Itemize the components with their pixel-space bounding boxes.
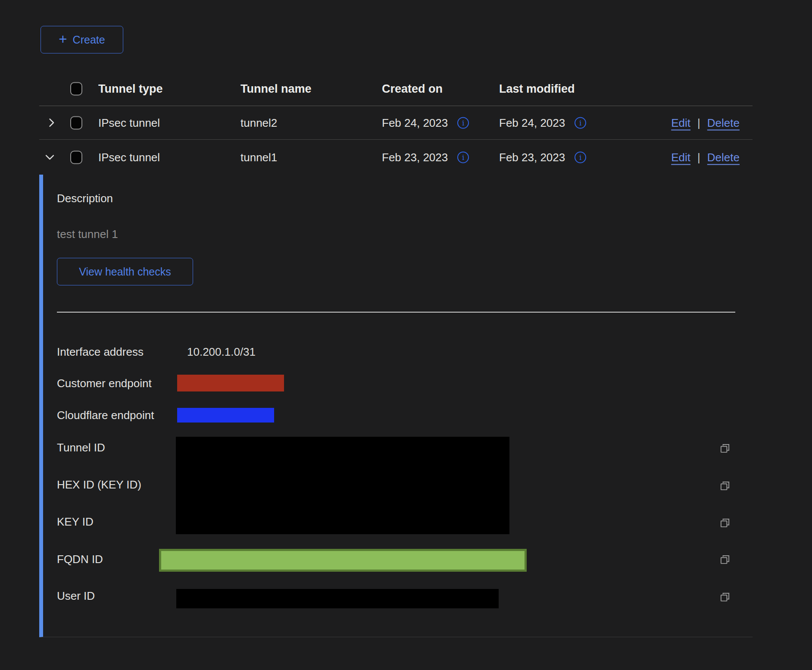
tunnel-name-cell: tunnel2 bbox=[240, 116, 277, 129]
copy-key-id-button[interactable] bbox=[719, 517, 731, 529]
action-separator: | bbox=[697, 116, 700, 129]
tunnel1-details-panel: Description test tunnel 1 View health ch… bbox=[39, 175, 753, 637]
interface-address-label: Interface address bbox=[57, 345, 144, 359]
last-modified-date: Feb 24, 2023 bbox=[499, 116, 565, 129]
copy-icon bbox=[719, 591, 731, 603]
created-on-date: Feb 23, 2023 bbox=[382, 150, 448, 164]
user-id-redaction bbox=[176, 589, 499, 608]
tunnel-id-label: Tunnel ID bbox=[57, 441, 105, 454]
interface-address-value: 10.200.1.0/31 bbox=[187, 345, 256, 359]
table-row-tunnel1: IPsec tunnel tunnel1 Feb 23, 2023 i Feb … bbox=[39, 140, 753, 175]
chevron-right-icon[interactable] bbox=[45, 117, 57, 129]
key-id-label: KEY ID bbox=[57, 515, 94, 529]
select-all-checkbox[interactable] bbox=[70, 82, 82, 95]
view-health-checks-button[interactable]: View health checks bbox=[57, 258, 193, 285]
tunnel-name-cell: tunnel1 bbox=[240, 150, 277, 164]
delete-link[interactable]: Delete bbox=[707, 116, 740, 129]
cloudflare-endpoint-redaction bbox=[177, 408, 274, 423]
tunnels-page: + Create Tunnel type Tunnel name Created… bbox=[0, 0, 812, 670]
header-created-on: Created on bbox=[382, 82, 443, 95]
description-label: Description bbox=[57, 192, 113, 205]
copy-icon bbox=[719, 442, 731, 454]
info-icon[interactable]: i bbox=[575, 117, 586, 128]
copy-icon bbox=[719, 480, 731, 492]
created-on-date: Feb 24, 2023 bbox=[382, 116, 448, 129]
tunnel-type-cell: IPsec tunnel bbox=[98, 150, 160, 164]
create-button[interactable]: + Create bbox=[41, 26, 123, 53]
copy-icon bbox=[719, 554, 731, 566]
tunnel-type-cell: IPsec tunnel bbox=[98, 116, 160, 129]
description-value: test tunnel 1 bbox=[57, 228, 118, 241]
info-icon[interactable]: i bbox=[575, 151, 586, 163]
copy-tunnel-id-button[interactable] bbox=[719, 442, 731, 454]
expand-toggle-cell bbox=[44, 151, 56, 163]
table-row-tunnel2: IPsec tunnel tunnel2 Feb 24, 2023 i Feb … bbox=[39, 106, 753, 140]
section-divider bbox=[57, 312, 735, 313]
hex-id-label: HEX ID (KEY ID) bbox=[57, 478, 141, 492]
created-on-cell: Feb 24, 2023 i bbox=[382, 116, 469, 129]
delete-link[interactable]: Delete bbox=[707, 150, 740, 164]
header-tunnel-name: Tunnel name bbox=[240, 82, 312, 95]
last-modified-cell: Feb 24, 2023 i bbox=[499, 116, 586, 129]
expand-toggle-cell bbox=[45, 117, 57, 129]
row-checkbox[interactable] bbox=[70, 116, 82, 129]
customer-endpoint-redaction bbox=[177, 375, 284, 391]
info-icon[interactable]: i bbox=[457, 117, 469, 128]
created-on-cell: Feb 23, 2023 i bbox=[382, 150, 469, 164]
select-all-checkbox-cell bbox=[70, 82, 82, 95]
create-button-label: Create bbox=[73, 34, 105, 46]
customer-endpoint-label: Customer endpoint bbox=[57, 377, 152, 390]
plus-icon: + bbox=[59, 32, 67, 46]
header-tunnel-type: Tunnel type bbox=[98, 82, 163, 95]
chevron-down-icon[interactable] bbox=[44, 151, 56, 163]
copy-hex-id-button[interactable] bbox=[719, 480, 731, 492]
edit-link[interactable]: Edit bbox=[671, 116, 690, 129]
copy-fqdn-id-button[interactable] bbox=[719, 554, 731, 566]
row-checkbox[interactable] bbox=[70, 150, 82, 164]
row-checkbox-cell bbox=[70, 150, 82, 164]
row-actions: Edit | Delete bbox=[671, 150, 740, 164]
fqdn-id-label: FQDN ID bbox=[57, 553, 103, 566]
copy-user-id-button[interactable] bbox=[719, 591, 731, 603]
table-header-row: Tunnel type Tunnel name Created on Last … bbox=[39, 72, 753, 106]
tunnel-id-redaction bbox=[176, 437, 509, 534]
user-id-label: User ID bbox=[57, 589, 95, 603]
row-actions: Edit | Delete bbox=[671, 116, 740, 129]
row-checkbox-cell bbox=[70, 116, 82, 129]
last-modified-cell: Feb 23, 2023 i bbox=[499, 150, 586, 164]
header-last-modified: Last modified bbox=[499, 82, 575, 95]
edit-link[interactable]: Edit bbox=[671, 150, 690, 164]
cloudflare-endpoint-label: Cloudflare endpoint bbox=[57, 409, 154, 422]
info-icon[interactable]: i bbox=[457, 151, 469, 163]
copy-icon bbox=[719, 517, 731, 529]
action-separator: | bbox=[697, 150, 700, 164]
fqdn-id-redaction bbox=[159, 549, 527, 572]
last-modified-date: Feb 23, 2023 bbox=[499, 150, 565, 164]
